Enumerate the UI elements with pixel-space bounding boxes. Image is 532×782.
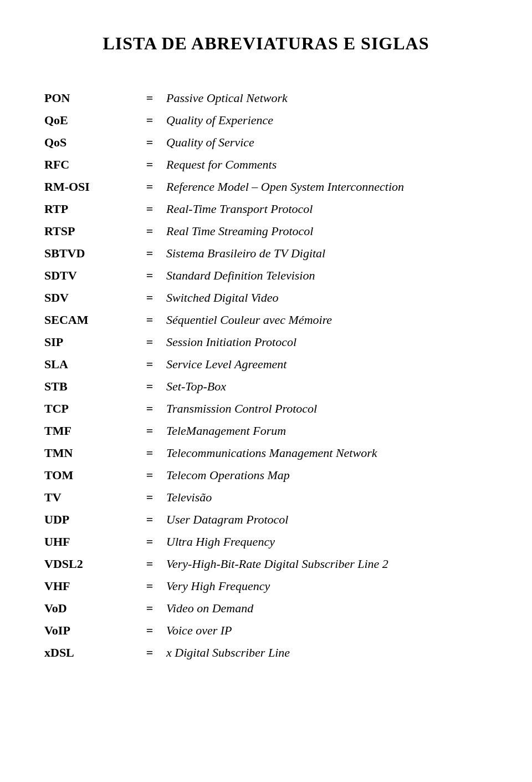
abbreviation-cell: TMN [44,442,133,464]
table-row: SBTVD=Sistema Brasileiro de TV Digital [44,242,488,265]
table-row: RM-OSI=Reference Model – Open System Int… [44,176,488,198]
equals-cell: = [133,642,166,664]
table-row: RTSP=Real Time Streaming Protocol [44,220,488,242]
abbreviation-cell: SDV [44,287,133,309]
equals-cell: = [133,619,166,642]
definition-cell: Set-Top-Box [166,375,488,398]
equals-cell: = [133,553,166,575]
abbreviation-cell: VoD [44,597,133,619]
abbreviation-cell: RTP [44,198,133,220]
definition-cell: Very High Frequency [166,575,488,597]
definition-cell: Telecommunications Management Network [166,442,488,464]
definition-cell: Televisão [166,486,488,509]
equals-cell: = [133,131,166,154]
abbreviation-cell: QoS [44,131,133,154]
table-row: TMN=Telecommunications Management Networ… [44,442,488,464]
abbreviation-cell: VoIP [44,619,133,642]
table-row: RFC=Request for Comments [44,154,488,176]
definition-cell: Passive Optical Network [166,87,488,109]
equals-cell: = [133,331,166,353]
page-title: LISTA DE ABREVIATURAS E SIGLAS [44,33,488,54]
table-row: SDTV=Standard Definition Television [44,265,488,287]
abbreviation-cell: UHF [44,531,133,553]
definition-cell: Telecom Operations Map [166,464,488,486]
abbreviation-cell: RM-OSI [44,176,133,198]
table-row: VHF=Very High Frequency [44,575,488,597]
table-row: VDSL2=Very-High-Bit-Rate Digital Subscri… [44,553,488,575]
table-row: QoS=Quality of Service [44,131,488,154]
table-row: RTP=Real-Time Transport Protocol [44,198,488,220]
definition-cell: x Digital Subscriber Line [166,642,488,664]
abbreviation-cell: UDP [44,509,133,531]
table-row: VoD=Video on Demand [44,597,488,619]
equals-cell: = [133,420,166,442]
definition-cell: Transmission Control Protocol [166,398,488,420]
definition-cell: Sistema Brasileiro de TV Digital [166,242,488,265]
table-row: TV=Televisão [44,486,488,509]
definition-cell: Video on Demand [166,597,488,619]
table-row: xDSL=x Digital Subscriber Line [44,642,488,664]
table-row: SECAM=Séquentiel Couleur avec Mémoire [44,309,488,331]
abbreviation-cell: RTSP [44,220,133,242]
equals-cell: = [133,375,166,398]
definition-cell: Switched Digital Video [166,287,488,309]
table-row: VoIP=Voice over IP [44,619,488,642]
abbreviation-cell: SIP [44,331,133,353]
abbreviation-cell: TOM [44,464,133,486]
abbreviation-cell: STB [44,375,133,398]
table-row: SIP=Session Initiation Protocol [44,331,488,353]
definition-cell: TeleManagement Forum [166,420,488,442]
abbreviation-cell: SLA [44,353,133,375]
abbreviation-cell: SBTVD [44,242,133,265]
equals-cell: = [133,176,166,198]
table-row: TCP=Transmission Control Protocol [44,398,488,420]
equals-cell: = [133,154,166,176]
definition-cell: Real-Time Transport Protocol [166,198,488,220]
table-row: SDV=Switched Digital Video [44,287,488,309]
definition-cell: Request for Comments [166,154,488,176]
definition-cell: Standard Definition Television [166,265,488,287]
abbreviation-cell: VHF [44,575,133,597]
abbreviation-cell: QoE [44,109,133,131]
definition-cell: Real Time Streaming Protocol [166,220,488,242]
equals-cell: = [133,265,166,287]
abbreviation-cell: TCP [44,398,133,420]
definition-cell: Service Level Agreement [166,353,488,375]
abbreviation-cell: TMF [44,420,133,442]
equals-cell: = [133,531,166,553]
abbreviation-cell: SECAM [44,309,133,331]
equals-cell: = [133,109,166,131]
table-row: QoE=Quality of Experience [44,109,488,131]
equals-cell: = [133,309,166,331]
table-row: SLA=Service Level Agreement [44,353,488,375]
equals-cell: = [133,597,166,619]
table-row: PON=Passive Optical Network [44,87,488,109]
abbreviation-cell: RFC [44,154,133,176]
abbreviation-cell: PON [44,87,133,109]
equals-cell: = [133,575,166,597]
definition-cell: Very-High-Bit-Rate Digital Subscriber Li… [166,553,488,575]
definition-cell: Reference Model – Open System Interconne… [166,176,488,198]
table-row: TOM=Telecom Operations Map [44,464,488,486]
equals-cell: = [133,398,166,420]
abbreviation-cell: SDTV [44,265,133,287]
equals-cell: = [133,486,166,509]
table-row: STB=Set-Top-Box [44,375,488,398]
equals-cell: = [133,353,166,375]
equals-cell: = [133,242,166,265]
definition-cell: User Datagram Protocol [166,509,488,531]
definition-cell: Séquentiel Couleur avec Mémoire [166,309,488,331]
equals-cell: = [133,442,166,464]
table-row: TMF=TeleManagement Forum [44,420,488,442]
equals-cell: = [133,287,166,309]
table-row: UDP=User Datagram Protocol [44,509,488,531]
definition-cell: Quality of Experience [166,109,488,131]
equals-cell: = [133,198,166,220]
abbreviation-cell: VDSL2 [44,553,133,575]
equals-cell: = [133,220,166,242]
equals-cell: = [133,509,166,531]
definition-cell: Quality of Service [166,131,488,154]
equals-cell: = [133,464,166,486]
abbreviation-cell: TV [44,486,133,509]
definition-cell: Ultra High Frequency [166,531,488,553]
